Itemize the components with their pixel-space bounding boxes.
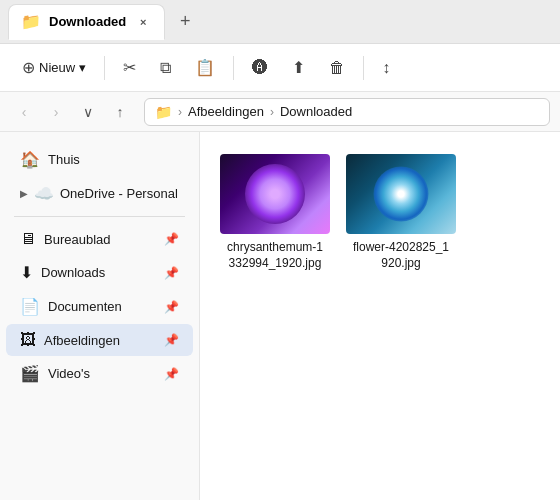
cloud-icon: ☁️ xyxy=(34,184,54,203)
toolbar-divider-1 xyxy=(104,56,105,80)
file-item-chrysanthemum[interactable]: chrysanthemum-1332994_1920.jpg xyxy=(220,148,330,277)
sidebar-item-bureaublad-label: Bureaublad xyxy=(44,232,111,247)
sort-icon: ↕ xyxy=(382,59,390,77)
thumbnail-chrysanthemum xyxy=(220,154,330,234)
file-name-flower: flower-4202825_1920.jpg xyxy=(352,240,450,271)
delete-icon: 🗑 xyxy=(329,59,345,77)
tab-label: Downloaded xyxy=(49,14,126,29)
breadcrumb-afbeeldingen[interactable]: Afbeeldingen xyxy=(188,104,264,119)
back-button[interactable]: ‹ xyxy=(10,98,38,126)
pin-icon-documenten: 📌 xyxy=(164,300,179,314)
new-label: Nieuw xyxy=(39,60,75,75)
address-folder-icon: 📁 xyxy=(155,104,172,120)
sidebar-item-thuis[interactable]: 🏠 Thuis xyxy=(6,143,193,176)
dropdown-history-button[interactable]: ∨ xyxy=(74,98,102,126)
sidebar-item-onedrive-label: OneDrive - Personal xyxy=(60,186,178,201)
active-tab[interactable]: 📁 Downloaded × xyxy=(8,4,165,40)
pin-icon-videos: 📌 xyxy=(164,367,179,381)
sidebar-item-afbeeldingen-label: Afbeeldingen xyxy=(44,333,120,348)
new-button[interactable]: ⊕ Nieuw ▾ xyxy=(12,53,96,82)
new-dropdown-icon: ▾ xyxy=(79,60,86,75)
sidebar-item-videos[interactable]: 🎬 Video's 📌 xyxy=(6,357,193,390)
paste-icon: 📋 xyxy=(195,58,215,77)
copy-icon: ⧉ xyxy=(160,59,171,77)
sidebar-item-onedrive[interactable]: ▶ ☁️ OneDrive - Personal xyxy=(6,177,193,210)
address-bar[interactable]: 📁 › Afbeeldingen › Downloaded xyxy=(144,98,550,126)
sidebar-item-afbeeldingen[interactable]: 🖼 Afbeeldingen 📌 xyxy=(6,324,193,356)
cut-button[interactable]: ✂ xyxy=(113,53,146,82)
title-bar: 📁 Downloaded × + xyxy=(0,0,560,44)
share-icon: ⬆ xyxy=(292,58,305,77)
share-button[interactable]: ⬆ xyxy=(282,53,315,82)
sidebar-divider xyxy=(14,216,185,217)
file-name-chrysanthemum: chrysanthemum-1332994_1920.jpg xyxy=(226,240,324,271)
breadcrumb-downloaded: Downloaded xyxy=(280,104,352,119)
paste-button[interactable]: 📋 xyxy=(185,53,225,82)
desktop-icon: 🖥 xyxy=(20,230,36,248)
sidebar-item-downloads[interactable]: ⬇ Downloads 📌 xyxy=(6,256,193,289)
rename-button[interactable]: 🅐 xyxy=(242,54,278,82)
pin-icon-downloads: 📌 xyxy=(164,266,179,280)
nav-bar: ‹ › ∨ ↑ 📁 › Afbeeldingen › Downloaded xyxy=(0,92,560,132)
sidebar-item-thuis-label: Thuis xyxy=(48,152,80,167)
video-icon: 🎬 xyxy=(20,364,40,383)
copy-button[interactable]: ⧉ xyxy=(150,54,181,82)
forward-button[interactable]: › xyxy=(42,98,70,126)
sidebar-item-downloads-label: Downloads xyxy=(41,265,105,280)
sidebar-item-documenten[interactable]: 📄 Documenten 📌 xyxy=(6,290,193,323)
toolbar: ⊕ Nieuw ▾ ✂ ⧉ 📋 🅐 ⬆ 🗑 ↕ xyxy=(0,44,560,92)
sidebar: 🏠 Thuis ▶ ☁️ OneDrive - Personal 🖥 Burea… xyxy=(0,132,200,500)
cut-icon: ✂ xyxy=(123,58,136,77)
thumbnail-flower xyxy=(346,154,456,234)
document-icon: 📄 xyxy=(20,297,40,316)
file-item-flower[interactable]: flower-4202825_1920.jpg xyxy=(346,148,456,277)
file-grid: chrysanthemum-1332994_1920.jpg flower-42… xyxy=(220,148,540,277)
plus-icon: + xyxy=(180,11,191,32)
rename-icon: 🅐 xyxy=(252,59,268,77)
home-icon: 🏠 xyxy=(20,150,40,169)
up-button[interactable]: ↑ xyxy=(106,98,134,126)
pictures-icon: 🖼 xyxy=(20,331,36,349)
main-area: 🏠 Thuis ▶ ☁️ OneDrive - Personal 🖥 Burea… xyxy=(0,132,560,500)
add-tab-button[interactable]: + xyxy=(171,8,199,36)
sort-button[interactable]: ↕ xyxy=(372,54,400,82)
pin-icon-bureaublad: 📌 xyxy=(164,232,179,246)
toolbar-divider-2 xyxy=(233,56,234,80)
delete-button[interactable]: 🗑 xyxy=(319,54,355,82)
tab-close-button[interactable]: × xyxy=(134,13,152,31)
toolbar-divider-3 xyxy=(363,56,364,80)
download-icon: ⬇ xyxy=(20,263,33,282)
breadcrumb-sep-1: › xyxy=(178,105,182,119)
sidebar-item-documenten-label: Documenten xyxy=(48,299,122,314)
new-icon: ⊕ xyxy=(22,58,35,77)
close-icon: × xyxy=(140,16,146,28)
tab-folder-icon: 📁 xyxy=(21,12,41,31)
content-area: chrysanthemum-1332994_1920.jpg flower-42… xyxy=(200,132,560,500)
expand-icon: ▶ xyxy=(20,188,28,199)
pin-icon-afbeeldingen: 📌 xyxy=(164,333,179,347)
breadcrumb-sep-2: › xyxy=(270,105,274,119)
sidebar-item-videos-label: Video's xyxy=(48,366,90,381)
sidebar-item-bureaublad[interactable]: 🖥 Bureaublad 📌 xyxy=(6,223,193,255)
